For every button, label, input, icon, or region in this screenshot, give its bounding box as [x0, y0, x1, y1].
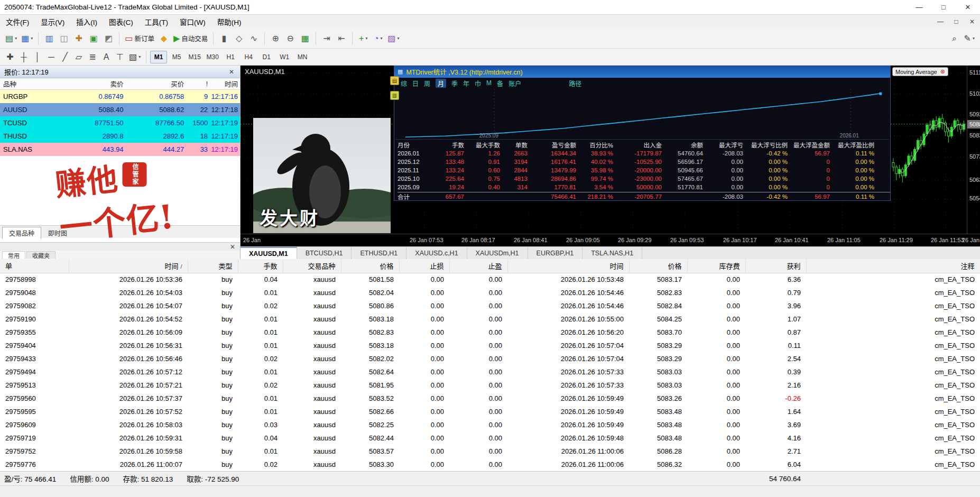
timeframe-m1-button[interactable]: M1: [150, 51, 167, 63]
timeframe-d1-button[interactable]: D1: [258, 51, 275, 63]
orders-column-header[interactable]: 时间: [507, 259, 629, 273]
market-watch-row[interactable]: THUSD2890.82892.61812:17:19: [0, 130, 240, 143]
menu-item[interactable]: 文件(F): [0, 15, 35, 29]
stats-menu-item[interactable]: 日: [412, 79, 419, 88]
timeframe-m5-button[interactable]: M5: [168, 51, 185, 63]
indicator-close-icon[interactable]: ⊗: [940, 68, 945, 75]
periods-button[interactable]: ◔▾: [371, 31, 385, 46]
market-watch-row[interactable]: TCUSD87751.5087766.50150012:17:19: [0, 116, 240, 130]
indicators-button[interactable]: +▾: [356, 31, 371, 46]
order-row[interactable]: 297590822026.01.26 10:54:07buy0.02xauusd…: [0, 299, 980, 312]
metaeditor-button[interactable]: ◆: [156, 31, 171, 46]
stats-panel[interactable]: ▦ MTDriver统计 ,V3.12 (http://mtdriver.cn)…: [394, 66, 891, 201]
search-button[interactable]: ⌕: [947, 31, 962, 46]
new-chart-button[interactable]: ▤▾: [3, 31, 19, 46]
menu-item[interactable]: 显示(V): [35, 15, 70, 29]
timeframe-h1-button[interactable]: H1: [222, 51, 239, 63]
order-row[interactable]: 297595952026.01.26 10:57:52buy0.01xauusd…: [0, 405, 980, 418]
hline-button[interactable]: ─: [44, 51, 58, 63]
terminal-button[interactable]: ▣: [86, 31, 101, 46]
stats-menu-item[interactable]: 月: [436, 79, 446, 88]
orders-column-header[interactable]: 库存费: [687, 259, 745, 273]
close-icon[interactable]: ✕: [227, 68, 236, 76]
timeframe-mn-button[interactable]: MN: [294, 51, 311, 63]
stats-panel-titlebar[interactable]: ▦ MTDriver统计 ,V3.12 (http://mtdriver.cn): [394, 66, 890, 78]
minimized-panel-icon[interactable]: ▤: [390, 76, 399, 85]
bar-chart-button[interactable]: ▮: [217, 31, 232, 46]
orders-column-header[interactable]: 获利: [745, 259, 806, 273]
orders-column-header[interactable]: 止损: [399, 259, 449, 273]
auto-scroll-button[interactable]: ⇥: [319, 31, 334, 46]
mw-tab[interactable]: 交易品种: [2, 227, 41, 239]
orders-column-header[interactable]: 类型: [188, 259, 238, 273]
fibonacci-button[interactable]: ≣: [86, 51, 99, 63]
stats-menu-item[interactable]: 综: [401, 79, 407, 88]
timeframe-h4-button[interactable]: H4: [240, 51, 257, 63]
candle-chart-button[interactable]: ◇: [232, 31, 246, 46]
chart-area[interactable]: XAUUSD,M1 Moving Average ⊗ ▤ ▥ 5111.5551…: [241, 66, 980, 246]
market-watch-row[interactable]: SLA.NAS443.94444.273312:17:19: [0, 143, 240, 156]
trendline-button[interactable]: ╱: [58, 51, 72, 63]
zoom-in-button[interactable]: ⊕: [268, 31, 283, 46]
channel-button[interactable]: ▱: [72, 51, 86, 63]
mw-column-header[interactable]: 品种: [0, 78, 61, 89]
market-watch-button[interactable]: ▥: [42, 31, 57, 46]
orders-column-header[interactable]: 单: [0, 259, 69, 273]
orders-column-header[interactable]: 交易品种: [283, 259, 341, 273]
close-button[interactable]: ✕: [956, 0, 980, 15]
new-order-button[interactable]: ▭新订单: [123, 31, 156, 46]
strategy-tester-button[interactable]: ◩: [101, 31, 116, 46]
chart-tab[interactable]: TSLA.NAS,H1: [583, 247, 642, 259]
order-row[interactable]: 297591902026.01.26 10:54:52buy0.01xauusd…: [0, 312, 980, 326]
child-restore-button[interactable]: □: [948, 18, 964, 25]
order-row[interactable]: 297596092026.01.26 10:58:03buy0.03xauusd…: [0, 418, 980, 431]
order-row[interactable]: 297594942026.01.26 10:57:12buy0.01xauusd…: [0, 365, 980, 379]
stats-menu-item[interactable]: 年: [463, 79, 469, 88]
nav-tab[interactable]: 收藏夹: [26, 251, 56, 259]
menu-item[interactable]: 插入(I): [70, 15, 103, 29]
mw-column-header[interactable]: 卖价: [61, 78, 127, 89]
stats-menu-item[interactable]: 季: [451, 79, 458, 88]
video-overlay[interactable]: 发大财: [253, 118, 391, 233]
vline-button[interactable]: │: [31, 51, 44, 63]
stats-menu-item[interactable]: M: [486, 79, 492, 87]
child-minimize-button[interactable]: —: [932, 18, 948, 25]
stats-menu-item[interactable]: 备: [497, 79, 503, 88]
child-close-button[interactable]: ✕: [964, 18, 980, 25]
menu-item[interactable]: 工具(T): [139, 15, 174, 29]
line-chart-button[interactable]: ∿: [246, 31, 261, 46]
zoom-out-button[interactable]: ⊖: [283, 31, 298, 46]
templates-button[interactable]: ▨▾: [385, 31, 401, 46]
minimized-panel-icon[interactable]: ▥: [390, 91, 399, 100]
market-watch-row[interactable]: AUUSD5088.405088.622212:17:18: [0, 103, 240, 116]
stats-menu-item[interactable]: 周: [424, 79, 430, 88]
timeframe-m30-button[interactable]: M30: [204, 51, 221, 63]
chart-tab[interactable]: XAUUSD,M1: [241, 247, 297, 259]
order-row[interactable]: 297589982026.01.26 10:53:36buy0.04xauusd…: [0, 273, 980, 286]
order-row[interactable]: 297597522026.01.26 10:59:58buy0.01xauusd…: [0, 445, 980, 458]
order-row[interactable]: 297594042026.01.26 10:56:31buy0.01xauusd…: [0, 339, 980, 352]
text-button[interactable]: A: [99, 51, 113, 63]
mw-column-header[interactable]: !: [187, 78, 211, 89]
profiles-button[interactable]: ▦▾: [19, 31, 35, 46]
chart-tab[interactable]: BTCUSD,H1: [297, 247, 352, 259]
timeframe-m15-button[interactable]: M15: [186, 51, 203, 63]
order-row[interactable]: 297590482026.01.26 10:54:03buy0.01xauusd…: [0, 286, 980, 299]
order-row[interactable]: 297597762026.01.26 11:00:07buy0.02xauusd…: [0, 458, 980, 471]
data-window-button[interactable]: ◫: [57, 31, 71, 46]
orders-column-header[interactable]: 价格: [629, 259, 687, 273]
navigator-button[interactable]: ✚: [71, 31, 86, 46]
close-icon[interactable]: ✕: [228, 243, 237, 251]
minimize-button[interactable]: —: [907, 0, 931, 15]
mw-column-header[interactable]: 买价: [126, 78, 187, 89]
market-watch-row[interactable]: URGBP0.867490.86758912:17:16: [0, 90, 240, 103]
orders-column-header[interactable]: 手数: [238, 259, 283, 273]
shapes-button[interactable]: ▧▾: [127, 51, 143, 63]
tile-windows-button[interactable]: ▦: [298, 31, 312, 46]
label-button[interactable]: ⊤: [113, 51, 127, 63]
nav-tab[interactable]: 常用: [2, 251, 25, 259]
stats-menu-item[interactable]: 账户: [509, 79, 521, 88]
chart-tab[interactable]: ETHUSD,H1: [352, 247, 406, 259]
orders-column-header[interactable]: 止盈: [449, 259, 507, 273]
menu-item[interactable]: 图表(C): [103, 15, 139, 29]
